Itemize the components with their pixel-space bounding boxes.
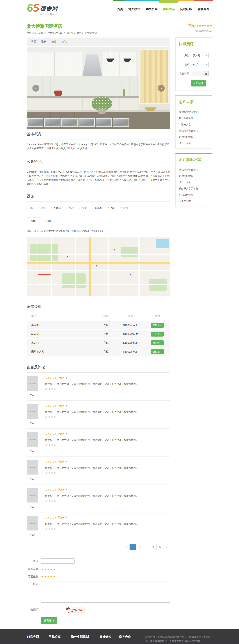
apartment-link[interactable]: 哈尔滨佛学院 (179, 193, 209, 196)
service-star-rating[interactable]: ★★★★★ (41, 574, 56, 578)
book-now-button[interactable]: 立刻预订 (151, 323, 164, 328)
book-now-button[interactable]: 立刻预订 (191, 80, 206, 86)
reviewer-name: Tina (27, 394, 38, 397)
carousel-next-arrow-icon[interactable]: › (158, 85, 165, 92)
tab-address[interactable]: 地址 (27, 217, 41, 225)
nearby-universities-title: 附近大学 (179, 99, 209, 107)
room-type-select[interactable]: 双人间 ▼ (191, 53, 209, 58)
star-icons: ★★★★★ (45, 488, 57, 491)
submit-comment-button[interactable]: 发表评论 (41, 617, 57, 624)
apartment-link[interactable]: 卡迪夫大学 (179, 181, 209, 184)
carousel-thumbnail[interactable] (27, 118, 43, 127)
nickname-input[interactable] (41, 558, 75, 564)
sidebar: 快速预订 房型 双人间 ▼ 租期 3个月 ▼ 入住时间 ▦ 立刻预订 附近大学 (175, 38, 212, 211)
table-row: 豪华单人间 月租 $1000/mouth 立刻预订 (27, 348, 170, 356)
logo-number: 65 (27, 2, 39, 13)
nav-item-qa-community[interactable]: 问答社区 (178, 0, 195, 18)
term-label: 租期 (179, 63, 189, 66)
pagination-next[interactable]: » (163, 544, 170, 550)
carousel-thumbnail[interactable] (78, 118, 95, 127)
university-link[interactable]: 哈尔滨佛学院 (179, 117, 209, 120)
checkin-date-input[interactable] (191, 71, 203, 76)
review-list: FACE Tina ★★★★★ 平均分4 位置很好，就在北大边上，属于北大的产业… (27, 372, 170, 540)
footer-column-business: 商务合作 提供房源信息留学中介联系我们 (119, 635, 145, 644)
map-marker[interactable] (66, 256, 68, 258)
nav-item-home[interactable]: 首页 (114, 0, 126, 18)
carousel-thumbnail[interactable] (96, 118, 112, 127)
footer-link[interactable]: 租房攻略 (71, 643, 99, 644)
carousel-prev-arrow-icon[interactable]: ‹ (32, 85, 39, 92)
rating-summary: 平均分4 ★★★★★ 源自6位同学点评 (188, 23, 212, 32)
nav-item-online-consult[interactable]: 在线咨询 (195, 0, 212, 18)
captcha-image[interactable]: H83LN (66, 607, 85, 613)
facility-star-rating[interactable]: ★★★★★ (41, 566, 56, 571)
comment-label: 评论 (27, 581, 38, 586)
photo-tab[interactable]: 评论 (62, 40, 67, 44)
nav-item-student-apartments[interactable]: 学生公寓 (143, 0, 160, 18)
calendar-icon[interactable]: ▦ (203, 71, 209, 76)
main-nav: 首页 地图模式 学生公寓 狮城生活 问答社区 在线咨询 (114, 0, 212, 18)
book-now-button[interactable]: 立刻预订 (151, 349, 164, 354)
facility-rating-label: 条件设施 (27, 566, 38, 571)
map-marker[interactable] (130, 274, 132, 275)
map-park-area (62, 274, 86, 288)
map-canvas[interactable] (27, 237, 170, 296)
nav-color-bar (159, 0, 179, 2)
university-link[interactable]: 威尔系大学天学院 (179, 129, 209, 132)
university-link[interactable]: 威尔系大学天学院 (179, 110, 209, 114)
amenity-item: ✓热水器 (50, 206, 61, 210)
quick-booking-card: 快速预订 房型 双人间 ▼ 租期 3个月 ▼ 入住时间 ▦ 立刻预订 (175, 38, 212, 91)
carousel-thumbnail[interactable] (61, 118, 78, 127)
map-marker[interactable] (95, 264, 97, 266)
comment-textarea[interactable] (41, 581, 170, 602)
room-type-cell: 双人间 (27, 332, 95, 336)
nav-item-city-life[interactable]: 狮城生活 (160, 0, 178, 18)
photo-tab[interactable]: 地图 (31, 40, 36, 44)
captcha-input[interactable] (41, 607, 63, 612)
site-logo[interactable]: 65 宿舍网 APT.COM (27, 2, 58, 15)
photo-tab[interactable]: 价格 (51, 40, 57, 44)
footer-link[interactable]: 查看列表 (49, 643, 71, 644)
kitchen-cabinets-right (103, 52, 136, 76)
footer-link[interactable]: 关于我们 (27, 643, 49, 644)
footer-column-life: 海外生活规划 租房攻略英国生活攻略英国大学掠影玩转英伦 (71, 635, 99, 644)
pendant-light (127, 47, 127, 58)
footer-link[interactable]: 提供房源信息 (119, 643, 145, 644)
term-select[interactable]: 3个月 ▼ (191, 62, 209, 67)
book-now-button[interactable]: 立刻预订 (151, 332, 164, 336)
pagination-page-2[interactable]: 2 (136, 544, 143, 550)
avatar: FACE (27, 516, 38, 530)
room-type-cell: 豪华单人间 (27, 350, 95, 353)
features-section: 公寓特色 Cambrian Point 提供了596个单人房以及36个双人房，所… (27, 159, 170, 186)
kitchen-counter (27, 96, 139, 98)
carousel-thumbnails (27, 118, 129, 127)
apartment-link[interactable]: 卡迪夫大学 (179, 200, 209, 203)
carousel-thumbnail[interactable] (113, 118, 129, 127)
site-footer: 65宿舍网 关于我们版权保护隐私条款免责声明 寻找公寓 查看列表查看地图 海外生… (0, 629, 239, 644)
apartment-link[interactable]: 威尔系大学天学院 (179, 187, 209, 190)
university-link[interactable]: 卡迪夫大学 (179, 142, 209, 145)
nav-item-map-mode[interactable]: 地图模式 (126, 0, 143, 18)
star-icons: ★★★★★ (45, 404, 57, 408)
carousel-thumbnail[interactable] (44, 118, 60, 127)
map-road (27, 284, 170, 285)
pagination-page-4[interactable]: 4 (150, 544, 157, 550)
pagination-prev[interactable]: « (123, 544, 130, 550)
kitchen-cabinets-left (27, 52, 82, 76)
footer-link[interactable]: 搜索指南 (99, 643, 119, 644)
review-text: 位置很好，就在北大边上，属于北大的产业。经常满房。这次正好有活动，预定很优惠。 (45, 494, 170, 498)
footer-column-title: 商务合作 (119, 635, 145, 639)
pagination-page-3[interactable]: 3 (143, 544, 150, 550)
university-link[interactable]: 卡迪夫大学 (179, 123, 209, 126)
apartment-link[interactable]: 哈尔滨佛学院 (179, 174, 209, 178)
logo-name: 宿舍网 (40, 5, 58, 12)
room-price-cell: $1000/mouth (117, 332, 145, 336)
pagination-page-1[interactable]: 1 (130, 544, 136, 550)
university-link[interactable]: 哈尔滨佛学院 (179, 136, 209, 139)
pagination-page-5[interactable]: 5 (157, 544, 163, 550)
book-now-button[interactable]: 立刻预订 (151, 340, 164, 345)
map-marker[interactable] (113, 248, 115, 250)
photo-tab[interactable]: 设施 (41, 40, 46, 44)
apartment-link[interactable]: 威尔系大学天学院 (179, 168, 209, 172)
tab-map[interactable]: 地图 (41, 217, 55, 225)
